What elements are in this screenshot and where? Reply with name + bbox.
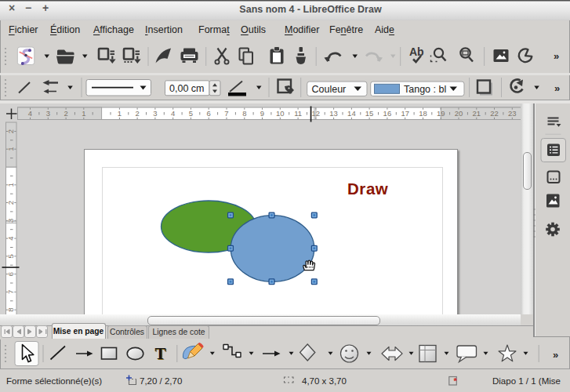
- svg-text:6: 6: [6, 271, 15, 275]
- svg-text:Ab: Ab: [409, 45, 424, 58]
- svg-text:10: 10: [276, 109, 285, 118]
- svg-text:1: 1: [6, 147, 15, 151]
- svg-text:1: 1: [118, 109, 122, 118]
- svg-text:Tango : bl: Tango : bl: [404, 84, 446, 95]
- svg-text:15: 15: [365, 109, 374, 118]
- svg-text:Draw: Draw: [347, 180, 388, 198]
- svg-text:6: 6: [207, 109, 211, 118]
- svg-text:»: »: [553, 349, 558, 361]
- svg-text:4: 4: [28, 109, 32, 118]
- svg-text:2: 2: [6, 200, 15, 204]
- svg-text:5: 5: [189, 109, 193, 118]
- svg-text:22: 22: [490, 109, 499, 118]
- svg-text:5: 5: [6, 254, 15, 258]
- svg-text:3: 3: [6, 218, 15, 222]
- svg-text:9: 9: [260, 109, 264, 118]
- svg-text:4: 4: [6, 236, 15, 240]
- svg-text:»: »: [554, 82, 560, 94]
- svg-text:13: 13: [329, 109, 338, 118]
- svg-text:1: 1: [82, 109, 85, 118]
- svg-text:23: 23: [508, 109, 517, 118]
- svg-text:2: 2: [135, 109, 139, 118]
- svg-text:0,00 cm: 0,00 cm: [169, 83, 204, 94]
- svg-text:8: 8: [6, 307, 15, 311]
- svg-text:16: 16: [383, 109, 392, 118]
- svg-text:11: 11: [294, 109, 302, 118]
- svg-text:2: 2: [6, 129, 15, 132]
- svg-text:3: 3: [153, 109, 157, 118]
- svg-text:17: 17: [401, 109, 409, 118]
- svg-text:7: 7: [224, 109, 228, 118]
- svg-text:19: 19: [437, 109, 445, 118]
- svg-text:*: *: [454, 376, 458, 386]
- svg-text:3: 3: [46, 109, 50, 118]
- svg-text:20: 20: [455, 109, 463, 118]
- svg-text:8: 8: [242, 109, 246, 118]
- svg-text:1: 1: [6, 183, 15, 187]
- svg-text:T: T: [155, 344, 166, 363]
- svg-text:Couleur: Couleur: [312, 84, 347, 95]
- svg-text:»: »: [554, 50, 559, 62]
- svg-text:2: 2: [64, 109, 67, 118]
- svg-text:18: 18: [419, 109, 427, 118]
- svg-text:4: 4: [171, 109, 175, 118]
- svg-text:14: 14: [347, 109, 356, 118]
- svg-text:21: 21: [473, 109, 481, 118]
- svg-text:7: 7: [6, 289, 15, 293]
